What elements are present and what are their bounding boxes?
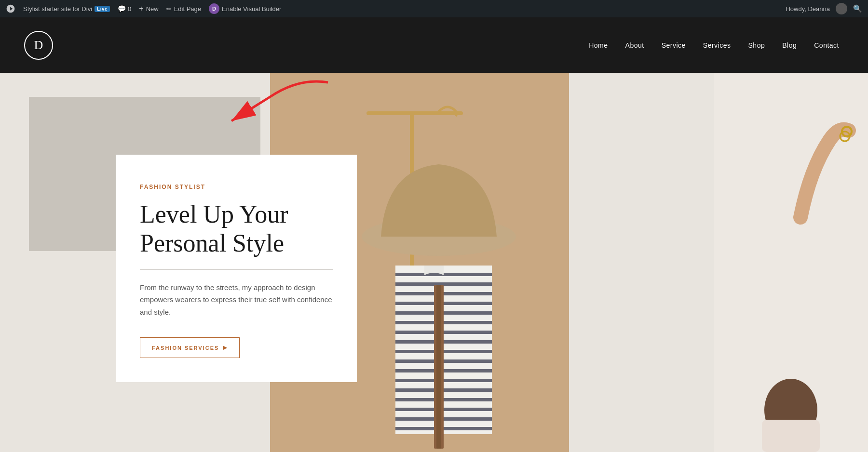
pencil-icon: ✏ — [166, 5, 172, 13]
admin-bar: Stylist starter site for Divi Live 💬 0 +… — [0, 0, 868, 17]
site-name-link[interactable]: Stylist starter site for Divi Live — [23, 5, 110, 13]
card-divider — [140, 269, 333, 270]
edit-page-button[interactable]: ✏ Edit Page — [166, 5, 201, 13]
howdy-text: Howdy, Deanna — [786, 5, 830, 13]
site-logo[interactable]: D — [24, 31, 53, 60]
svg-rect-6 — [395, 282, 492, 286]
wp-icon-link[interactable] — [6, 4, 15, 13]
main-nav: Home About Service Services Shop Blog Co… — [589, 41, 839, 49]
enable-visual-builder-button[interactable]: D Enable Visual Builder — [209, 3, 281, 14]
svg-rect-2 — [366, 111, 463, 115]
svg-rect-28 — [762, 420, 820, 452]
nav-item-blog[interactable]: Blog — [782, 41, 797, 49]
nav-item-home[interactable]: Home — [589, 41, 608, 49]
comment-count[interactable]: 💬 0 — [118, 5, 131, 13]
main-content: FASHION STYLIST Level Up Your Personal S… — [0, 73, 868, 452]
nav-item-contact[interactable]: Contact — [814, 41, 839, 49]
nav-item-shop[interactable]: Shop — [748, 41, 765, 49]
cta-button[interactable]: FASHION SERVICES ▶ — [140, 337, 240, 358]
card-body-text: From the runway to the streets, my appro… — [140, 281, 333, 319]
right-side-image — [714, 73, 868, 452]
admin-avatar — [836, 3, 847, 14]
svg-rect-23 — [436, 285, 441, 449]
site-header: D Home About Service Services Shop Blog … — [0, 17, 868, 73]
live-badge: Live — [95, 6, 110, 12]
new-button[interactable]: + New — [139, 4, 158, 13]
search-icon[interactable]: 🔍 — [853, 4, 862, 13]
card-heading: Level Up Your Personal Style — [140, 200, 333, 258]
nav-item-services[interactable]: Services — [703, 41, 731, 49]
hero-card: FASHION STYLIST Level Up Your Personal S… — [116, 155, 357, 382]
nav-item-about[interactable]: About — [625, 41, 644, 49]
card-eyebrow: FASHION STYLIST — [140, 184, 333, 190]
divi-icon: D — [209, 3, 219, 14]
plus-icon: + — [139, 4, 143, 13]
comment-icon: 💬 — [118, 5, 126, 13]
nav-item-service[interactable]: Service — [662, 41, 686, 49]
